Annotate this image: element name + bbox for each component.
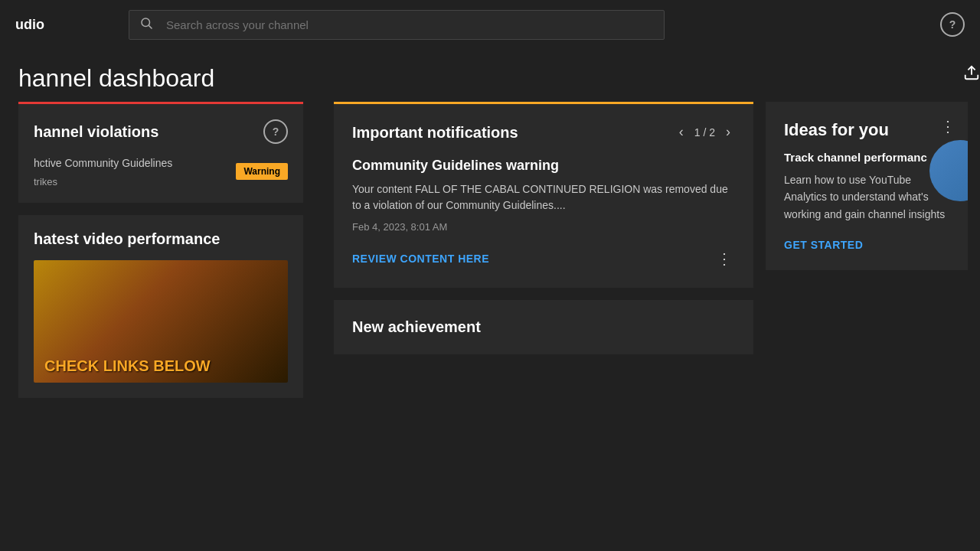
notification-header: Important notifications ‹ 1 / 2 › xyxy=(352,122,735,142)
main-content: hannel violations ? hctive Community Gui… xyxy=(0,102,980,543)
pagination-next-button[interactable]: › xyxy=(721,122,735,142)
video-perf-title: hatest video performance xyxy=(34,230,288,248)
logo: udio xyxy=(15,17,44,33)
pagination-prev-button[interactable]: ‹ xyxy=(675,122,688,142)
violations-details: hctive Community Guidelines trikes xyxy=(34,156,172,187)
ideas-card: Ideas for you Track channel performanc L… xyxy=(766,102,968,270)
violations-help-icon[interactable]: ? xyxy=(263,119,288,144)
notification-actions: REVIEW CONTENT HERE ⋮ xyxy=(352,248,735,269)
notification-more-button[interactable]: ⋮ xyxy=(714,248,735,269)
notification-body: Your content FALL OF THE CABAL CONTINUED… xyxy=(352,181,735,214)
achievement-title: New achievement xyxy=(352,318,735,336)
svg-line-1 xyxy=(149,25,152,28)
ideas-body: Learn how to use YouTube Analytics to un… xyxy=(784,171,949,223)
center-panel: Important notifications ‹ 1 / 2 › Commun… xyxy=(322,102,766,543)
notification-card: Important notifications ‹ 1 / 2 › Commun… xyxy=(334,102,753,288)
page-title: hannel dashboard xyxy=(18,64,962,93)
header: udio ? xyxy=(0,0,980,49)
search-icon xyxy=(139,16,153,33)
video-thumbnail[interactable]: CHECK LINKS BELOW xyxy=(34,260,288,383)
get-started-link[interactable]: GET STARTED xyxy=(784,239,863,251)
violations-text: hctive Community Guidelines xyxy=(34,156,172,171)
svg-point-0 xyxy=(142,18,150,27)
violations-title: hannel violations xyxy=(34,123,158,141)
search-bar-container xyxy=(129,10,665,40)
ideas-subtitle: Track channel performanc xyxy=(784,151,949,164)
notification-date: Feb 4, 2023, 8:01 AM xyxy=(352,221,735,233)
video-overlay-text: CHECK LINKS BELOW xyxy=(44,357,211,375)
notification-card-title: Important notifications xyxy=(352,122,518,142)
notification-item-title: Community Guidelines warning xyxy=(352,158,735,174)
pagination-text: 1 / 2 xyxy=(694,126,715,139)
upload-icon[interactable] xyxy=(963,64,980,85)
search-input[interactable] xyxy=(129,10,665,40)
review-content-link[interactable]: REVIEW CONTENT HERE xyxy=(352,253,489,265)
achievement-card: New achievement xyxy=(334,300,753,354)
help-icon[interactable]: ? xyxy=(940,12,965,37)
strikes-text: trikes xyxy=(34,176,172,187)
right-panel: Ideas for you Track channel performanc L… xyxy=(766,102,980,543)
page-title-area: hannel dashboard xyxy=(0,49,980,102)
notification-pagination: ‹ 1 / 2 › xyxy=(675,122,735,142)
violations-body: hctive Community Guidelines trikes Warni… xyxy=(34,156,288,187)
warning-badge: Warning xyxy=(236,163,288,180)
header-right: ? xyxy=(940,12,965,37)
ideas-more-button[interactable]: ⋮ xyxy=(940,117,956,135)
left-panel: hannel violations ? hctive Community Gui… xyxy=(0,102,322,543)
violations-header: hannel violations ? xyxy=(34,119,288,144)
violations-card: hannel violations ? hctive Community Gui… xyxy=(18,102,303,203)
ideas-title: Ideas for you xyxy=(784,120,949,140)
video-performance-card: hatest video performance CHECK LINKS BEL… xyxy=(18,215,303,398)
